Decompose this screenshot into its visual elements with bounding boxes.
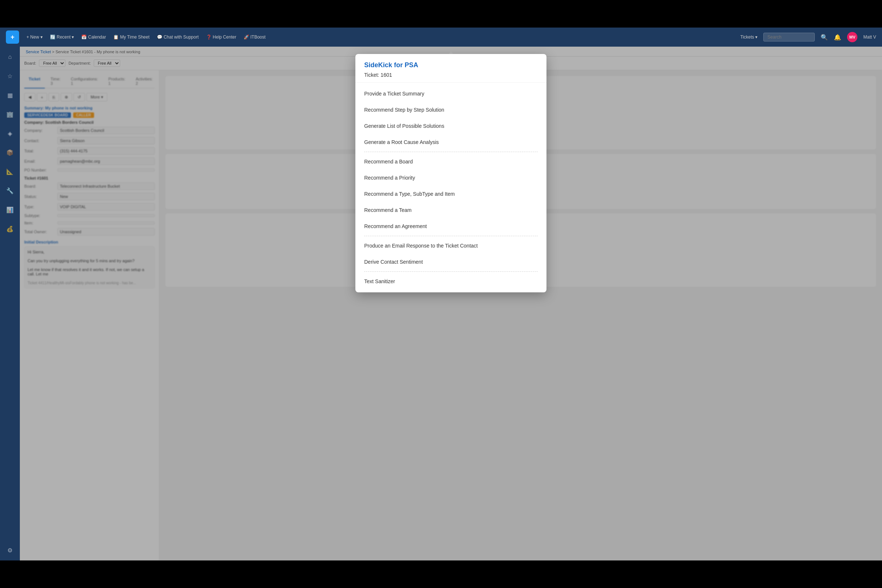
menu-item-email-response[interactable]: Produce an Email Response to the Ticket … <box>355 238 547 254</box>
nav-bar: + + New ▾ 🔄 Recent ▾ 📅 Calendar 📋 My Tim… <box>0 27 882 46</box>
sidebar-icon-procurement[interactable]: 📦 <box>4 147 16 158</box>
menu-item-recommend-team[interactable]: Recommend a Team <box>355 202 547 218</box>
divider-3 <box>364 272 538 272</box>
sidebar-icon-dashboard[interactable]: ▦ <box>4 89 16 101</box>
nav-itboost[interactable]: 🚀 ITBoost <box>243 34 266 40</box>
menu-item-recommend-type[interactable]: Recommend a Type, SubType and Item <box>355 186 547 202</box>
menu-item-contact-sentiment[interactable]: Derive Contact Sentiment <box>355 254 547 270</box>
user-name[interactable]: Matt V <box>863 34 876 40</box>
nav-recent[interactable]: 🔄 Recent ▾ <box>50 34 74 40</box>
sidekick-panel: SideKick for PSA Ticket: 1601 Provide a … <box>355 70 547 292</box>
user-avatar[interactable]: MV <box>847 32 857 42</box>
menu-item-recommend-priority[interactable]: Recommend a Priority <box>355 170 547 186</box>
nav-search-input[interactable] <box>763 33 815 42</box>
sidebar-icon-reports[interactable]: 📊 <box>4 204 16 216</box>
bottom-black-bar <box>0 561 882 588</box>
sidebar-icon-service[interactable]: 🔧 <box>4 185 16 196</box>
sidebar-icon-system[interactable]: ⚙ <box>4 544 16 556</box>
top-black-bar <box>0 0 882 27</box>
divider-1 <box>364 152 538 152</box>
sidebar-icons: ⌂ ☆ ▦ 🏢 ◈ 📦 📐 🔧 📊 💰 ⚙ <box>0 46 20 561</box>
sidebar-icon-project[interactable]: 📐 <box>4 166 16 177</box>
sidebar-icon-home[interactable]: ⌂ <box>4 51 16 63</box>
sidekick-header: SideKick for PSA Ticket: 1601 <box>355 70 547 82</box>
menu-item-recommend-steps[interactable]: Recommend Step by Step Solution <box>355 102 547 118</box>
nav-timesheet[interactable]: 📋 My Time Sheet <box>113 34 149 40</box>
ticket-page: Ticket Time: 3 Configurations: 1 Product… <box>20 70 882 561</box>
app-container: + + New ▾ 🔄 Recent ▾ 📅 Calendar 📋 My Tim… <box>0 27 882 561</box>
menu-item-generate-solutions[interactable]: Generate List of Possible Solutions <box>355 118 547 134</box>
menu-item-recommend-agreement[interactable]: Recommend an Agreement <box>355 218 547 234</box>
overlay-backdrop[interactable]: ▲ SideKick for PSA Ticket: 1601 Provide … <box>20 70 882 561</box>
nav-right: Tickets ▾ 🔍 🔔 MV Matt V <box>740 32 876 42</box>
sidebar-icon-favorites[interactable]: ☆ <box>4 70 16 82</box>
sidebar-icon-finance[interactable]: 💰 <box>4 223 16 235</box>
divider-2 <box>364 236 538 236</box>
menu-item-text-sanitizer[interactable]: Text Sanitizer <box>355 273 547 290</box>
notifications-icon[interactable]: 🔔 <box>834 34 841 41</box>
sidekick-menu: Provide a Ticket Summary Recommend Step … <box>355 82 547 292</box>
menu-item-root-cause[interactable]: Generate a Root Cause Analysis <box>355 134 547 150</box>
app-logo[interactable]: + <box>6 30 19 44</box>
page-area: Service Ticket > Service Ticket #1601 - … <box>20 46 882 561</box>
nav-new[interactable]: + New ▾ <box>27 34 43 40</box>
sidebar-icon-companies[interactable]: 🏢 <box>4 108 16 120</box>
nav-tickets-dropdown[interactable]: Tickets ▾ <box>740 34 757 40</box>
sidebar-icon-adv[interactable]: ◈ <box>4 128 16 139</box>
search-icon[interactable]: 🔍 <box>820 34 828 41</box>
menu-item-provide-summary[interactable]: Provide a Ticket Summary <box>355 86 547 102</box>
sidekick-ticket-label: Ticket: 1601 <box>364 72 538 78</box>
nav-chat[interactable]: 💬 Chat with Support <box>157 34 199 40</box>
nav-help[interactable]: ❓ Help Center <box>206 34 236 40</box>
main-content: ⌂ ☆ ▦ 🏢 ◈ 📦 📐 🔧 📊 💰 ⚙ Service Ticket > S… <box>0 46 882 561</box>
nav-calendar[interactable]: 📅 Calendar <box>81 34 106 40</box>
menu-item-recommend-board[interactable]: Recommend a Board <box>355 153 547 170</box>
